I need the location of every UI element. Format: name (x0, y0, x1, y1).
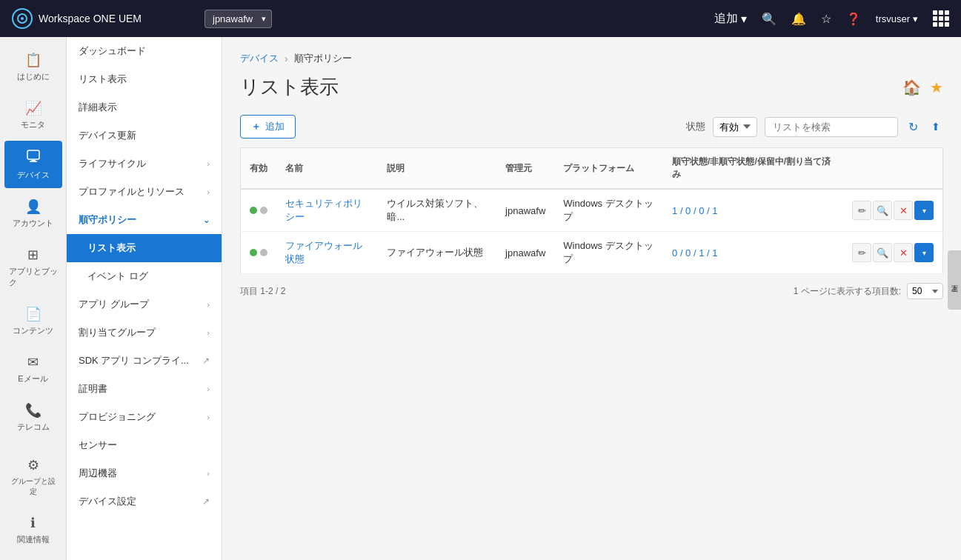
col-description: 説明 (378, 148, 496, 190)
policy-name-link[interactable]: セキュリティポリシー (285, 198, 362, 222)
plus-icon: ＋ (251, 120, 261, 133)
sidebar-item-monitor[interactable]: 📈 モニタ (4, 93, 62, 138)
external-link-icon: ↗ (202, 356, 210, 366)
breadcrumb: デバイス › 順守ポリシー (240, 52, 943, 65)
row2-management: jpnawafw (496, 232, 554, 274)
sidebar-item-device-update[interactable]: デバイス更新 (67, 121, 222, 150)
sidebar-item-content[interactable]: 📄 コンテンツ (4, 299, 62, 344)
col-platform: プラットフォーム (554, 148, 663, 190)
grid-menu-icon[interactable] (933, 10, 949, 27)
pagination-summary: 項目 1-2 / 2 (240, 285, 285, 298)
sidebar-item-email[interactable]: ✉ Eメール (4, 347, 62, 392)
sidebar-item-compliance[interactable]: 順守ポリシー ⌄ (67, 206, 222, 234)
compliance-status-link[interactable]: 0 / 0 / 1 / 1 (672, 247, 717, 259)
bell-icon-btn[interactable]: 🔔 (791, 12, 806, 26)
app-title: Workspace ONE UEM (39, 13, 142, 24)
sidebar-item-detail[interactable]: 詳細表示 (67, 93, 222, 121)
table-row: ファイアウォール状態 ファイアウォール状態 jpnawafw Windows デ… (241, 232, 943, 274)
pagination-row: 項目 1-2 / 2 1 ページに表示する項目数: 25 50 75 100 (240, 283, 943, 299)
star-favorite-btn[interactable]: ★ (930, 79, 943, 96)
top-header: Workspace ONE UEM jpnawafw 追加 ▾ 🔍 🔔 ☆ ❓ … (0, 0, 961, 37)
sidebar-item-event-log[interactable]: イベント ログ (67, 262, 222, 290)
phone-icon: 📞 (25, 402, 41, 419)
row2-compliance-status: 0 / 0 / 1 / 1 (663, 232, 843, 274)
per-page-select[interactable]: 25 50 75 100 (907, 283, 943, 299)
delete-button[interactable]: ✕ (894, 243, 913, 262)
sidebar-item-sdk-app[interactable]: SDK アプリ コンプライ... ↗ (67, 347, 222, 375)
sidebar-item-list-view[interactable]: リスト表示 (67, 234, 222, 262)
sidebar-item-dashboard[interactable]: ダッシュボード (67, 37, 222, 65)
home-icon-btn[interactable]: 🏠 (902, 79, 921, 96)
export-button[interactable]: ⬆ (928, 118, 943, 136)
sidebar-item-provisioning[interactable]: プロビジョニング › (67, 403, 222, 431)
breadcrumb-link-device[interactable]: デバイス (240, 52, 279, 65)
col-enabled: 有効 (241, 148, 277, 190)
expand-button[interactable]: ▾ (914, 201, 934, 220)
add-button[interactable]: 追加 ▾ (714, 11, 747, 27)
sidebar-item-app-group[interactable]: アプリ グループ › (67, 290, 222, 319)
right-collapse-tab[interactable]: 上下左右 (948, 250, 961, 310)
row1-platform: Windows デスクトップ (554, 189, 663, 232)
dot-active-icon (250, 249, 257, 256)
sidebar-item-sensor[interactable]: センサー (67, 431, 222, 459)
sidebar-item-list[interactable]: リスト表示 (67, 65, 222, 93)
status-select[interactable]: 有効 無効 全て (713, 117, 757, 137)
sidebar-item-peripherals[interactable]: 周辺機器 › (67, 459, 222, 487)
sidebar-item-account[interactable]: 👤 アカウント (4, 191, 62, 236)
table-header: 有効 名前 説明 管理元 プラットフォーム 順守状態/非順守状態/保留中/割り当… (241, 148, 943, 190)
star-icon-btn[interactable]: ☆ (821, 12, 831, 26)
title-actions: 🏠 ★ (902, 79, 943, 96)
search-button[interactable]: 🔍 (873, 201, 892, 220)
col-management: 管理元 (496, 148, 554, 190)
chevron-right-icon: › (207, 187, 210, 196)
search-button[interactable]: 🔍 (873, 243, 892, 262)
search-input[interactable] (765, 117, 898, 137)
sidebar-item-lifecycle[interactable]: ライフサイクル › (67, 150, 222, 178)
edit-button[interactable]: ✏ (852, 243, 871, 262)
svg-point-1 (21, 17, 24, 20)
row2-enabled (241, 232, 277, 274)
search-icon-btn[interactable]: 🔍 (762, 12, 777, 26)
org-selector-wrap[interactable]: jpnawafw (160, 10, 272, 28)
icon-sidebar-bottom: ⚙ グループと設定 ℹ 関連情報 (0, 450, 66, 560)
chevron-right-icon: › (207, 469, 210, 478)
sidebar-item-assign-group[interactable]: 割り当てグループ › (67, 319, 222, 347)
add-policy-button[interactable]: ＋ 追加 (240, 115, 296, 139)
edit-button[interactable]: ✏ (852, 201, 871, 220)
row2-description: ファイアウォール状態 (378, 232, 496, 274)
sidebar-item-telecom[interactable]: 📞 テレコム (4, 395, 62, 440)
refresh-button[interactable]: ↻ (905, 117, 921, 137)
per-page-row: 1 ページに表示する項目数: 25 50 75 100 (794, 283, 943, 299)
sidebar-item-device-settings[interactable]: デバイス設定 ↗ (67, 487, 222, 516)
row-action-group: ✏ 🔍 ✕ ▾ (852, 243, 934, 262)
per-page-label: 1 ページに表示する項目数: (794, 285, 901, 298)
toolbar-right: 状態 有効 無効 全て ↻ ⬆ (686, 117, 943, 137)
org-selector[interactable]: jpnawafw (204, 10, 272, 28)
sidebar-item-profiles[interactable]: プロファイルとリソース › (67, 178, 222, 206)
toolbar: ＋ 追加 状態 有効 無効 全て ↻ ⬆ (240, 115, 943, 139)
sidebar-item-apps[interactable]: ⊞ アプリとブック (4, 239, 62, 296)
sidebar-item-settings[interactable]: ⚙ グループと設定 (4, 450, 62, 504)
sidebar-item-related[interactable]: ℹ 関連情報 (4, 507, 62, 553)
sidebar-item-device[interactable]: デバイス (4, 141, 62, 188)
compliance-status-link[interactable]: 1 / 0 / 0 / 1 (672, 205, 717, 216)
breadcrumb-current: 順守ポリシー (294, 52, 352, 65)
delete-button[interactable]: ✕ (894, 201, 913, 220)
dot-active-icon (250, 207, 257, 214)
sidebar-item-hajimeni[interactable]: 📋 はじめに (4, 44, 62, 90)
chevron-right-icon: › (207, 328, 210, 337)
svg-rect-2 (27, 150, 39, 159)
help-icon-btn[interactable]: ❓ (846, 12, 861, 26)
table-body: セキュリティポリシー ウイルス対策ソフト、暗... jpnawafw Windo… (241, 189, 943, 274)
policy-name-link[interactable]: ファイアウォール状態 (285, 240, 362, 264)
external-link-icon: ↗ (202, 496, 210, 507)
row2-name: ファイアウォール状態 (276, 232, 378, 274)
sidebar-sub-compliance: リスト表示 イベント ログ (67, 234, 222, 290)
icon-sidebar: 📋 はじめに 📈 モニタ デバイス 👤 アカウント ⊞ アプリとブック (0, 37, 67, 560)
expand-button[interactable]: ▾ (914, 243, 934, 262)
sidebar-item-certificate[interactable]: 証明書 › (67, 375, 222, 403)
logo-icon (12, 8, 33, 29)
row1-actions: ✏ 🔍 ✕ ▾ (843, 189, 943, 232)
user-menu[interactable]: trsvuser ▾ (876, 13, 918, 24)
breadcrumb-separator: › (285, 53, 288, 64)
